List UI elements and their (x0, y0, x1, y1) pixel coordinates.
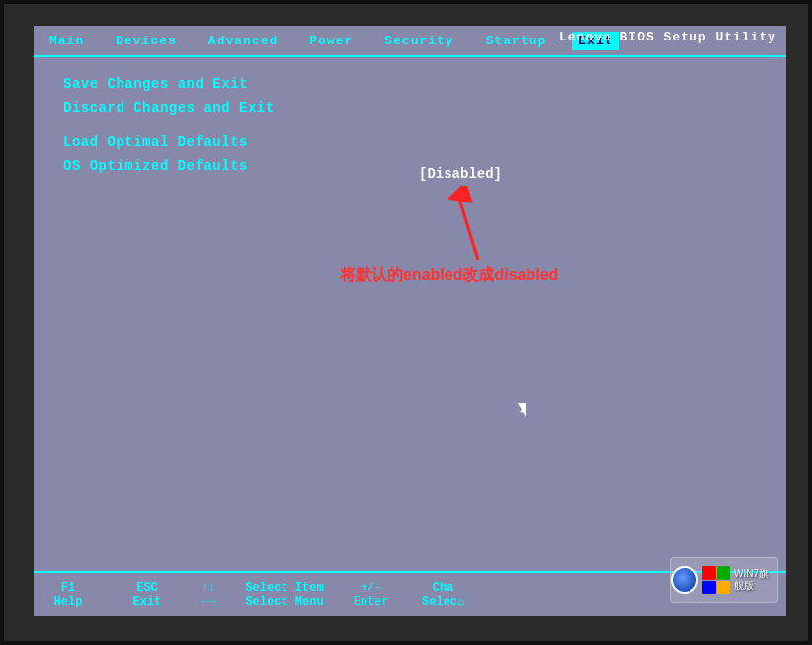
discard-changes-exit[interactable]: Discard Changes and Exit (63, 97, 757, 119)
annotation-text: 将默认的enabled改成disabled (340, 265, 558, 285)
mouse-cursor (518, 403, 526, 417)
status-arrows-ud: ↑↓ (202, 581, 215, 595)
screen-bezel: Main Devices Advanced Power Security Sta… (0, 0, 812, 645)
os-optimized-defaults[interactable]: OS Optimized Defaults (63, 155, 757, 177)
disabled-badge: [Disabled] (419, 166, 502, 182)
status-esc: ESC Exit (122, 581, 172, 608)
status-arrows: ↑↓ ←→ (202, 581, 215, 608)
load-optimal-defaults[interactable]: Load Optimal Defaults (63, 131, 757, 153)
status-bar: F1 Help ESC Exit ↑↓ ←→ Select Item Selec… (34, 571, 786, 616)
flag-q1 (702, 566, 716, 580)
save-changes-exit[interactable]: Save Changes and Exit (63, 73, 757, 95)
annotation-arrow (448, 186, 508, 270)
status-f1-key: F1 (61, 581, 75, 595)
status-select-su: Selec⌂ (422, 595, 464, 608)
status-plusminus: +/- Enter (354, 581, 389, 608)
flag-q3 (702, 581, 716, 595)
flag-q2 (717, 566, 731, 580)
status-arrows-lr: ←→ (202, 595, 215, 608)
menu-item-advanced[interactable]: Advanced (203, 32, 284, 50)
bios-screen: Main Devices Advanced Power Security Sta… (34, 26, 786, 616)
status-select-item-label: Select Item (245, 581, 323, 595)
win7-globe-icon (671, 566, 698, 594)
menu-bar: Main Devices Advanced Power Security Sta… (34, 26, 786, 55)
bios-title: Lenovo BIOS Setup Utility (559, 30, 776, 44)
status-f1: F1 Help (43, 581, 93, 608)
status-plus-minus: +/- (361, 581, 382, 595)
content-area: Save Changes and Exit Discard Changes an… (34, 57, 786, 541)
menu-item-main[interactable]: Main (43, 32, 90, 50)
flag-q4 (717, 581, 731, 595)
status-change: Cha Selec⌂ (419, 581, 468, 608)
status-enter: Enter (354, 595, 389, 608)
menu-item-devices[interactable]: Devices (110, 32, 183, 50)
status-select-item: Select Item Select Menu (245, 581, 323, 608)
win7-text: WIN7旗舰版 (734, 568, 777, 592)
win7-flag-icon (702, 566, 730, 594)
menu-items: Main Devices Advanced Power Security Sta… (43, 32, 619, 50)
status-esc-desc: Exit (133, 595, 162, 608)
menu-item-startup[interactable]: Startup (480, 32, 553, 50)
status-select-menu-label: Select Menu (245, 595, 323, 608)
status-change-label: Cha (433, 581, 454, 595)
win7-watermark: WIN7旗舰版 (670, 557, 778, 603)
menu-item-security[interactable]: Security (378, 32, 459, 50)
status-f1-desc: Help (54, 595, 83, 608)
svg-line-1 (458, 196, 478, 260)
menu-item-power[interactable]: Power (303, 32, 359, 50)
status-esc-key: ESC (136, 581, 158, 595)
